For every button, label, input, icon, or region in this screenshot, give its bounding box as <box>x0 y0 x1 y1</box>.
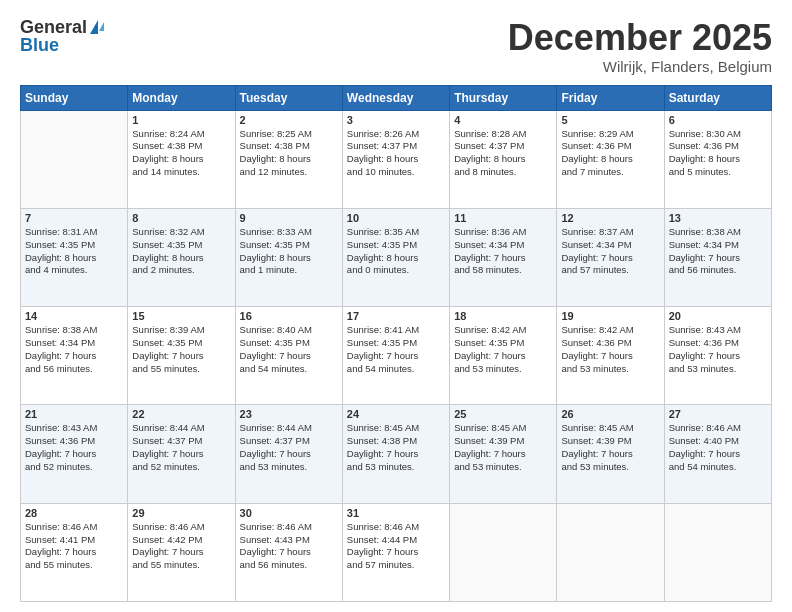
table-row: 25Sunrise: 8:45 AMSunset: 4:39 PMDayligh… <box>450 405 557 503</box>
day-number: 22 <box>132 408 230 420</box>
table-row: 2Sunrise: 8:25 AMSunset: 4:38 PMDaylight… <box>235 110 342 208</box>
table-row: 11Sunrise: 8:36 AMSunset: 4:34 PMDayligh… <box>450 208 557 306</box>
table-row: 22Sunrise: 8:44 AMSunset: 4:37 PMDayligh… <box>128 405 235 503</box>
day-number: 27 <box>669 408 767 420</box>
day-number: 24 <box>347 408 445 420</box>
day-number: 23 <box>240 408 338 420</box>
day-number: 19 <box>561 310 659 322</box>
day-number: 18 <box>454 310 552 322</box>
table-row: 5Sunrise: 8:29 AMSunset: 4:36 PMDaylight… <box>557 110 664 208</box>
day-info: Sunrise: 8:44 AMSunset: 4:37 PMDaylight:… <box>240 422 338 473</box>
day-info: Sunrise: 8:45 AMSunset: 4:39 PMDaylight:… <box>454 422 552 473</box>
page: General Blue December 2025 Wilrijk, Flan… <box>0 0 792 612</box>
day-info: Sunrise: 8:38 AMSunset: 4:34 PMDaylight:… <box>25 324 123 375</box>
table-row: 10Sunrise: 8:35 AMSunset: 4:35 PMDayligh… <box>342 208 449 306</box>
calendar-week-row: 7Sunrise: 8:31 AMSunset: 4:35 PMDaylight… <box>21 208 772 306</box>
table-row: 31Sunrise: 8:46 AMSunset: 4:44 PMDayligh… <box>342 503 449 601</box>
col-thursday: Thursday <box>450 85 557 110</box>
day-info: Sunrise: 8:37 AMSunset: 4:34 PMDaylight:… <box>561 226 659 277</box>
col-tuesday: Tuesday <box>235 85 342 110</box>
day-number: 3 <box>347 114 445 126</box>
day-info: Sunrise: 8:46 AMSunset: 4:43 PMDaylight:… <box>240 521 338 572</box>
table-row: 7Sunrise: 8:31 AMSunset: 4:35 PMDaylight… <box>21 208 128 306</box>
day-info: Sunrise: 8:45 AMSunset: 4:38 PMDaylight:… <box>347 422 445 473</box>
logo-blue: Blue <box>20 36 59 54</box>
col-friday: Friday <box>557 85 664 110</box>
title-month: December 2025 <box>508 18 772 58</box>
day-number: 4 <box>454 114 552 126</box>
day-number: 11 <box>454 212 552 224</box>
table-row: 21Sunrise: 8:43 AMSunset: 4:36 PMDayligh… <box>21 405 128 503</box>
logo-triangle-small-icon <box>99 22 104 31</box>
logo: General Blue <box>20 18 104 54</box>
day-info: Sunrise: 8:39 AMSunset: 4:35 PMDaylight:… <box>132 324 230 375</box>
day-info: Sunrise: 8:29 AMSunset: 4:36 PMDaylight:… <box>561 128 659 179</box>
day-number: 26 <box>561 408 659 420</box>
day-info: Sunrise: 8:25 AMSunset: 4:38 PMDaylight:… <box>240 128 338 179</box>
day-info: Sunrise: 8:38 AMSunset: 4:34 PMDaylight:… <box>669 226 767 277</box>
day-info: Sunrise: 8:33 AMSunset: 4:35 PMDaylight:… <box>240 226 338 277</box>
day-info: Sunrise: 8:41 AMSunset: 4:35 PMDaylight:… <box>347 324 445 375</box>
day-info: Sunrise: 8:43 AMSunset: 4:36 PMDaylight:… <box>25 422 123 473</box>
table-row: 1Sunrise: 8:24 AMSunset: 4:38 PMDaylight… <box>128 110 235 208</box>
calendar-header-row: Sunday Monday Tuesday Wednesday Thursday… <box>21 85 772 110</box>
day-number: 25 <box>454 408 552 420</box>
day-info: Sunrise: 8:46 AMSunset: 4:42 PMDaylight:… <box>132 521 230 572</box>
calendar-week-row: 28Sunrise: 8:46 AMSunset: 4:41 PMDayligh… <box>21 503 772 601</box>
day-info: Sunrise: 8:46 AMSunset: 4:41 PMDaylight:… <box>25 521 123 572</box>
table-row: 14Sunrise: 8:38 AMSunset: 4:34 PMDayligh… <box>21 307 128 405</box>
day-number: 14 <box>25 310 123 322</box>
table-row <box>557 503 664 601</box>
table-row: 29Sunrise: 8:46 AMSunset: 4:42 PMDayligh… <box>128 503 235 601</box>
table-row: 15Sunrise: 8:39 AMSunset: 4:35 PMDayligh… <box>128 307 235 405</box>
day-info: Sunrise: 8:40 AMSunset: 4:35 PMDaylight:… <box>240 324 338 375</box>
day-number: 5 <box>561 114 659 126</box>
table-row: 26Sunrise: 8:45 AMSunset: 4:39 PMDayligh… <box>557 405 664 503</box>
table-row: 6Sunrise: 8:30 AMSunset: 4:36 PMDaylight… <box>664 110 771 208</box>
calendar-week-row: 21Sunrise: 8:43 AMSunset: 4:36 PMDayligh… <box>21 405 772 503</box>
day-info: Sunrise: 8:46 AMSunset: 4:40 PMDaylight:… <box>669 422 767 473</box>
table-row <box>664 503 771 601</box>
table-row: 19Sunrise: 8:42 AMSunset: 4:36 PMDayligh… <box>557 307 664 405</box>
table-row: 4Sunrise: 8:28 AMSunset: 4:37 PMDaylight… <box>450 110 557 208</box>
table-row <box>450 503 557 601</box>
day-number: 7 <box>25 212 123 224</box>
col-monday: Monday <box>128 85 235 110</box>
table-row: 20Sunrise: 8:43 AMSunset: 4:36 PMDayligh… <box>664 307 771 405</box>
header: General Blue December 2025 Wilrijk, Flan… <box>20 18 772 75</box>
day-number: 10 <box>347 212 445 224</box>
logo-general: General <box>20 18 87 36</box>
day-info: Sunrise: 8:36 AMSunset: 4:34 PMDaylight:… <box>454 226 552 277</box>
table-row: 17Sunrise: 8:41 AMSunset: 4:35 PMDayligh… <box>342 307 449 405</box>
day-info: Sunrise: 8:42 AMSunset: 4:35 PMDaylight:… <box>454 324 552 375</box>
day-number: 21 <box>25 408 123 420</box>
day-info: Sunrise: 8:45 AMSunset: 4:39 PMDaylight:… <box>561 422 659 473</box>
day-number: 8 <box>132 212 230 224</box>
table-row: 9Sunrise: 8:33 AMSunset: 4:35 PMDaylight… <box>235 208 342 306</box>
table-row: 3Sunrise: 8:26 AMSunset: 4:37 PMDaylight… <box>342 110 449 208</box>
day-number: 13 <box>669 212 767 224</box>
day-number: 30 <box>240 507 338 519</box>
table-row: 8Sunrise: 8:32 AMSunset: 4:35 PMDaylight… <box>128 208 235 306</box>
table-row: 18Sunrise: 8:42 AMSunset: 4:35 PMDayligh… <box>450 307 557 405</box>
day-info: Sunrise: 8:44 AMSunset: 4:37 PMDaylight:… <box>132 422 230 473</box>
day-info: Sunrise: 8:32 AMSunset: 4:35 PMDaylight:… <box>132 226 230 277</box>
table-row: 16Sunrise: 8:40 AMSunset: 4:35 PMDayligh… <box>235 307 342 405</box>
day-info: Sunrise: 8:43 AMSunset: 4:36 PMDaylight:… <box>669 324 767 375</box>
table-row: 23Sunrise: 8:44 AMSunset: 4:37 PMDayligh… <box>235 405 342 503</box>
day-info: Sunrise: 8:31 AMSunset: 4:35 PMDaylight:… <box>25 226 123 277</box>
title-location: Wilrijk, Flanders, Belgium <box>508 58 772 75</box>
table-row <box>21 110 128 208</box>
day-number: 12 <box>561 212 659 224</box>
day-info: Sunrise: 8:46 AMSunset: 4:44 PMDaylight:… <box>347 521 445 572</box>
day-number: 6 <box>669 114 767 126</box>
calendar-table: Sunday Monday Tuesday Wednesday Thursday… <box>20 85 772 602</box>
title-block: December 2025 Wilrijk, Flanders, Belgium <box>508 18 772 75</box>
day-info: Sunrise: 8:24 AMSunset: 4:38 PMDaylight:… <box>132 128 230 179</box>
table-row: 27Sunrise: 8:46 AMSunset: 4:40 PMDayligh… <box>664 405 771 503</box>
day-info: Sunrise: 8:30 AMSunset: 4:36 PMDaylight:… <box>669 128 767 179</box>
table-row: 13Sunrise: 8:38 AMSunset: 4:34 PMDayligh… <box>664 208 771 306</box>
day-info: Sunrise: 8:28 AMSunset: 4:37 PMDaylight:… <box>454 128 552 179</box>
day-number: 9 <box>240 212 338 224</box>
day-info: Sunrise: 8:35 AMSunset: 4:35 PMDaylight:… <box>347 226 445 277</box>
